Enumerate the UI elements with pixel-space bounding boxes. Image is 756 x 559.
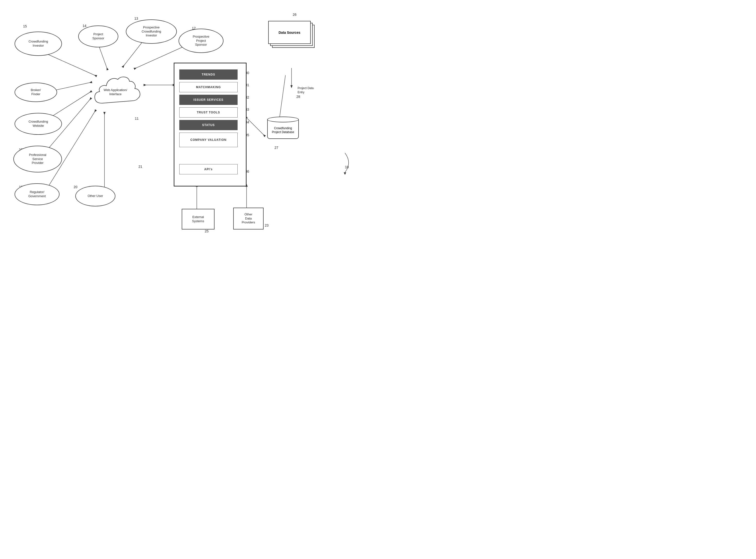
matchmaking-module: MATCHMAKING: [179, 82, 238, 92]
other-data-providers-label: OtherDataProviders: [242, 213, 255, 225]
regulator-gov-label: Regulator/Government: [28, 190, 46, 198]
external-systems-box: ExternalSystems: [182, 209, 215, 229]
svg-marker-15: [344, 173, 346, 175]
data-sources-label: Data Sources: [279, 30, 300, 35]
data-sources-rect-1: Data Sources: [268, 21, 311, 44]
ref10-arrow: [326, 151, 355, 175]
crowdfunding-website-label: CrowdfundingWebsite: [28, 120, 48, 128]
prospective-crowdfunding-node: ProspectiveCrowdfundingInvestor: [126, 19, 177, 44]
label-14: 14: [83, 24, 86, 28]
label-23: 23: [265, 223, 269, 227]
project-sponsor-label: ProjectSponsor: [92, 32, 104, 41]
data-sources-box: Data Sources: [267, 20, 316, 51]
apis-label: API's: [204, 167, 213, 171]
label-10: 10: [345, 165, 349, 169]
status-label: STATUS: [202, 124, 215, 127]
matchmaking-label: MATCHMAKING: [196, 86, 221, 89]
svg-line-12: [245, 116, 264, 135]
professional-service-label: ProfessionalServiceProvider: [29, 153, 46, 165]
external-systems-label: ExternalSystems: [192, 215, 204, 223]
trust-tools-module: TRUST TOOLS: [179, 107, 238, 117]
crowdfunding-website-node: CrowdfundingWebsite: [15, 113, 62, 135]
trust-tools-label: TRUST TOOLS: [197, 111, 220, 114]
db-top: [267, 116, 299, 122]
label-20: 20: [73, 185, 78, 189]
svg-line-11: [279, 75, 285, 119]
prospective-project-sponsor-label: ProspectiveProjectSponsor: [193, 35, 210, 47]
db-body: CrowdfundingProject Database: [267, 119, 299, 139]
prospective-crowdfunding-label: ProspectiveCrowdfundingInvestor: [142, 25, 161, 38]
web-app-label: Web Application/Interface: [104, 88, 127, 96]
issuer-services-module: ISSUER SERVICES: [179, 95, 238, 105]
broker-finder-node: Broker/Finder: [15, 83, 57, 102]
crowdfunding-investor-node: CrowdfundingInvestor: [15, 31, 62, 56]
label-13: 13: [134, 17, 138, 20]
main-system-box: TRENDS MATCHMAKING ISSUER SERVICES TRUST…: [174, 63, 246, 186]
project-sponsor-node: ProjectSponsor: [78, 25, 118, 47]
diagram: 15 16 17 18 19 20 14 13 12 11 21 22 23 2…: [0, 0, 378, 280]
other-user-label: Other User: [88, 194, 103, 198]
other-data-providers-box: OtherDataProviders: [233, 208, 264, 229]
label-15: 15: [23, 24, 27, 28]
issuer-services-label: ISSUER SERVICES: [193, 98, 223, 102]
company-valuation-label: COMPANY VALUATION: [191, 138, 226, 141]
trends-module: TRENDS: [179, 69, 238, 80]
prospective-project-sponsor-node: ProspectiveProjectSponsor: [178, 29, 223, 53]
apis-module: API's: [179, 164, 238, 174]
label-21: 21: [138, 165, 142, 169]
crowdfunding-investor-label: CrowdfundingInvestor: [28, 40, 48, 48]
other-user-node: Other User: [75, 186, 115, 206]
project-data-entry-label: Project DataEntry: [298, 86, 314, 94]
company-valuation-module: COMPANY VALUATION: [179, 133, 238, 147]
label-25: 25: [205, 229, 209, 233]
label-27: 27: [275, 146, 278, 150]
regulator-gov-node: Regulator/Government: [15, 183, 60, 205]
label-26: 26: [293, 13, 297, 17]
broker-finder-label: Broker/Finder: [31, 88, 41, 96]
web-app-node: Web Application/Interface: [87, 64, 143, 120]
crowdfunding-db-label: CrowdfundingProject Database: [272, 127, 294, 134]
label-28: 28: [296, 95, 300, 98]
status-module: STATUS: [179, 120, 238, 130]
professional-service-node: ProfessionalServiceProvider: [13, 146, 62, 173]
trends-label: TRENDS: [202, 73, 215, 76]
crowdfunding-db-node: CrowdfundingProject Database: [267, 116, 299, 139]
